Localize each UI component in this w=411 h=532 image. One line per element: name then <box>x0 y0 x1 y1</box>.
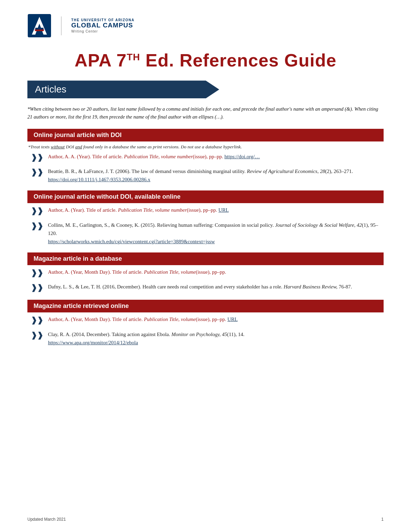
entry-text-template: Author, A. (Year, Month Day). Title of a… <box>48 268 384 276</box>
sections-container: Online journal article with DOI *Treat t… <box>27 129 384 347</box>
footer-page: 1 <box>381 517 384 522</box>
chevron-icon: ❱❱ <box>31 168 43 177</box>
collins-url-link[interactable]: https://scholarworks.wmich.edu/cgi/viewc… <box>48 239 215 244</box>
entry-row: ❱❱ Collins, M. E., Garlington, S., & Coo… <box>31 221 384 246</box>
footer-updated: Updated March 2021 <box>27 517 66 522</box>
section-online-no-doi: Online journal article without DOI, avai… <box>27 190 384 246</box>
beattie-doi-link[interactable]: https://doi.org/10.1111/j.1467-9353.2006… <box>48 177 150 182</box>
section-note-doi: *Treat texts without DOI and found only … <box>28 144 384 150</box>
writing-center: Writing Center <box>71 29 135 33</box>
entry-row: ❱❱ Author, A. (Year, Month Day). Title o… <box>31 268 384 278</box>
section-magazine-online: Magazine article retrieved online ❱❱ Aut… <box>27 300 384 347</box>
svg-rect-3 <box>35 28 43 29</box>
chevron-icon: ❱❱ <box>31 283 43 293</box>
section-online-doi: Online journal article with DOI *Treat t… <box>27 129 384 184</box>
title-prefix: APA 7TH Ed. References Guide <box>75 50 337 70</box>
entry-text-example: Beattie, B. R., & LaFrance, J. T. (2006)… <box>48 167 384 184</box>
entry-row: ❱❱ Author, A. (Year, Month Day). Title o… <box>31 315 384 325</box>
title-superscript: TH <box>127 52 140 62</box>
articles-note: *When citing between two or 20 authors, … <box>27 105 384 121</box>
no-doi-template-url[interactable]: URL <box>219 207 229 213</box>
section-title-online-no-doi: Online journal article without DOI, avai… <box>34 193 180 200</box>
entry-row: ❱❱ Author, A. A. (Year). Title of articl… <box>31 152 384 163</box>
entry-row: ❱❱ Clay, R. A. (2014, December). Taking … <box>31 330 384 347</box>
logo-divider <box>61 16 62 35</box>
chevron-icon: ❱❱ <box>31 153 43 163</box>
doi-template-link[interactable]: https://doi.org/… <box>224 154 260 159</box>
global-campus: GLOBAL CAMPUS <box>71 22 135 29</box>
entry-row: ❱❱ Beattie, B. R., & LaFrance, J. T. (20… <box>31 167 384 184</box>
entry-row: ❱❱ Dafny, L. S., & Lee, T. H. (2016, Dec… <box>31 283 384 293</box>
svg-marker-4 <box>35 29 44 31</box>
entry-text-template: Author, A. (Year, Month Day). Title of a… <box>48 315 384 323</box>
logo-block: THE UNIVERSITY OF ARIZONA GLOBAL CAMPUS … <box>27 14 135 38</box>
entry-text-example: Clay, R. A. (2014, December). Taking act… <box>48 330 384 347</box>
articles-banner: Articles <box>27 81 219 98</box>
clay-url-link[interactable]: https://www.apa.org/monitor/2014/12/ebol… <box>48 340 138 345</box>
section-title-online-doi: Online journal article with DOI <box>34 132 122 138</box>
chevron-icon: ❱❱ <box>31 206 43 216</box>
entry-text-template: Author, A. A. (Year). Title of article. … <box>48 152 384 161</box>
header: THE UNIVERSITY OF ARIZONA GLOBAL CAMPUS … <box>27 14 384 41</box>
articles-label: Articles <box>35 84 66 95</box>
chevron-icon: ❱❱ <box>31 316 43 325</box>
mag-online-template-url[interactable]: URL <box>227 317 238 322</box>
section-title-magazine-database: Magazine article in a database <box>34 255 122 262</box>
section-magazine-database: Magazine article in a database ❱❱ Author… <box>27 252 384 293</box>
page: THE UNIVERSITY OF ARIZONA GLOBAL CAMPUS … <box>0 0 411 532</box>
section-title-magazine-online: Magazine article retrieved online <box>34 302 129 309</box>
section-header-magazine-database: Magazine article in a database <box>27 252 384 265</box>
footer: Updated March 2021 1 <box>27 517 384 522</box>
entry-text-example: Collins, M. E., Garlington, S., & Cooney… <box>48 221 384 246</box>
section-header-online-no-doi: Online journal article without DOI, avai… <box>27 190 384 203</box>
entry-text-example: Dafny, L. S., & Lee, T. H. (2016, Decemb… <box>48 283 384 291</box>
chevron-icon: ❱❱ <box>31 221 43 231</box>
entry-row: ❱❱ Author, A. (Year). Title of article. … <box>31 206 384 216</box>
section-header-online-doi: Online journal article with DOI <box>27 129 384 141</box>
main-title: APA 7TH Ed. References Guide <box>27 51 384 70</box>
entry-text-template: Author, A. (Year). Title of article. Pub… <box>48 206 384 214</box>
chevron-icon: ❱❱ <box>31 331 43 341</box>
section-header-magazine-online: Magazine article retrieved online <box>27 300 384 312</box>
logo-a-icon <box>27 14 51 38</box>
chevron-icon: ❱❱ <box>31 268 43 278</box>
logo-text: THE UNIVERSITY OF ARIZONA GLOBAL CAMPUS … <box>71 18 135 33</box>
